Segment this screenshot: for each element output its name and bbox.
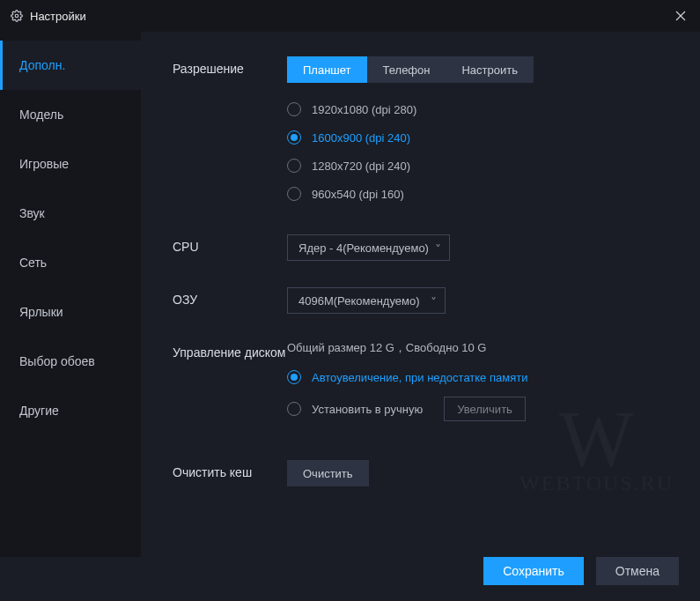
row-ram: ОЗУ 4096M(Рекомендуемо) ˅	[173, 287, 674, 314]
sidebar-item-shortcuts[interactable]: Ярлыки	[0, 287, 141, 337]
sidebar-item-network[interactable]: Сеть	[0, 238, 141, 287]
radio-icon	[287, 159, 301, 173]
sidebar-item-extra[interactable]: Дополн.	[0, 41, 141, 90]
row-cpu: CPU Ядер - 4(Рекомендуемо) ˅	[173, 234, 674, 261]
resolution-option-0[interactable]: 1920x1080 (dpi 280)	[287, 95, 674, 123]
sidebar-item-wallpaper[interactable]: Выбор обоев	[0, 337, 141, 386]
resolution-options: 1920x1080 (dpi 280) 1600x900 (dpi 240) 1…	[287, 95, 674, 208]
row-cache: Очистить кеш Очистить	[173, 460, 674, 486]
ram-dropdown[interactable]: 4096M(Рекомендуемо) ˅	[287, 287, 446, 314]
tab-tablet[interactable]: Планшет	[287, 56, 367, 83]
gear-icon	[11, 10, 23, 22]
radio-icon	[287, 402, 301, 416]
sidebar-item-label: Выбор обоев	[19, 354, 95, 368]
radio-icon	[287, 130, 301, 145]
sidebar-item-other[interactable]: Другие	[0, 386, 141, 435]
ram-label: ОЗУ	[173, 287, 287, 314]
row-disk: Управление диском Общий размер 12 G，Своб…	[173, 340, 674, 434]
sidebar-item-label: Другие	[19, 404, 59, 418]
resolution-option-2[interactable]: 1280x720 (dpi 240)	[287, 152, 674, 180]
cache-label: Очистить кеш	[173, 460, 287, 486]
resolution-option-1[interactable]: 1600x900 (dpi 240)	[287, 123, 674, 152]
sidebar-item-label: Звук	[19, 206, 45, 220]
row-resolution: Разрешение Планшет Телефон Настроить 192…	[173, 56, 674, 208]
clear-cache-button[interactable]: Очистить	[287, 460, 369, 486]
radio-icon	[287, 102, 301, 116]
sidebar-item-label: Дополн.	[19, 58, 65, 72]
resolution-tabs: Планшет Телефон Настроить	[287, 56, 674, 83]
radio-icon	[287, 370, 301, 384]
sidebar: Дополн. Модель Игровые Звук Сеть Ярлыки …	[0, 32, 141, 557]
window-title: Настройки	[30, 10, 86, 23]
sidebar-item-label: Модель	[19, 108, 63, 122]
disk-manual-option[interactable]: Установить в ручную Увеличить	[287, 397, 674, 421]
sidebar-item-gaming[interactable]: Игровые	[0, 139, 141, 189]
close-button[interactable]	[672, 7, 689, 25]
chevron-down-icon: ˅	[435, 243, 441, 253]
resolution-option-3[interactable]: 960x540 (dpi 160)	[287, 180, 674, 208]
cpu-dropdown[interactable]: Ядер - 4(Рекомендуемо) ˅	[287, 234, 450, 261]
cpu-dropdown-value: Ядер - 4(Рекомендуемо)	[298, 241, 429, 255]
tab-custom[interactable]: Настроить	[446, 56, 534, 83]
titlebar-left: Настройки	[11, 10, 86, 23]
sidebar-item-sound[interactable]: Звук	[0, 189, 141, 238]
footer-buttons: Сохранить Отмена	[483, 557, 679, 585]
chevron-down-icon: ˅	[431, 296, 437, 306]
sidebar-item-label: Сеть	[19, 256, 47, 270]
ram-dropdown-value: 4096M(Рекомендуемо)	[298, 294, 419, 308]
cpu-label: CPU	[173, 234, 287, 261]
sidebar-item-label: Ярлыки	[19, 305, 63, 319]
titlebar: Настройки	[0, 0, 700, 32]
disk-auto-option[interactable]: Автоувеличение, при недостатке памяти	[287, 370, 674, 384]
radio-icon	[287, 187, 301, 201]
cancel-button[interactable]: Отмена	[596, 557, 679, 585]
disk-info-text: Общий размер 12 G，Свободно 10 G	[287, 340, 674, 356]
resolution-label: Разрешение	[173, 56, 287, 208]
main-panel: Разрешение Планшет Телефон Настроить 192…	[141, 32, 700, 557]
svg-point-0	[15, 14, 18, 18]
sidebar-item-model[interactable]: Модель	[0, 90, 141, 139]
sidebar-item-label: Игровые	[19, 157, 69, 171]
tab-phone[interactable]: Телефон	[367, 56, 446, 83]
disk-label: Управление диском	[173, 340, 287, 434]
save-button[interactable]: Сохранить	[483, 557, 584, 585]
enlarge-button[interactable]: Увеличить	[444, 397, 526, 421]
